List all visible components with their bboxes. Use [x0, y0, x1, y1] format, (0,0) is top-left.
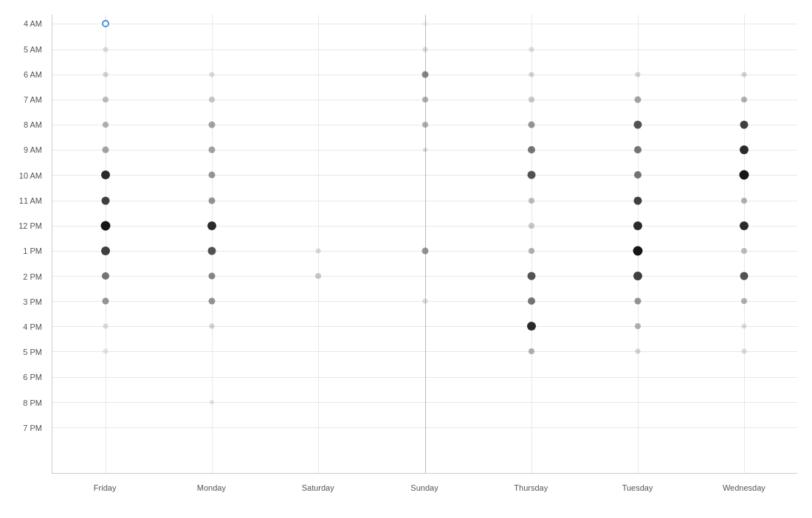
y-axis-label: 7 AM [24, 95, 42, 104]
y-axis-label: 2 PM [23, 272, 42, 281]
data-dot [635, 72, 640, 77]
data-dot [103, 298, 109, 305]
data-dot [528, 146, 535, 153]
data-dot [634, 146, 641, 153]
grid-line-v [106, 15, 106, 473]
data-dot [422, 46, 427, 52]
data-dot [741, 324, 746, 329]
y-axis-label: 8 PM [23, 398, 42, 407]
data-dot [102, 272, 109, 280]
data-dot [633, 221, 642, 230]
x-axis-label: Sunday [371, 477, 478, 518]
data-dot [740, 121, 748, 129]
data-dot [741, 198, 747, 204]
data-dot [209, 272, 216, 279]
data-dot [102, 196, 110, 204]
data-dot [740, 145, 749, 154]
data-dot [210, 324, 215, 329]
data-dot [103, 147, 109, 153]
data-dot [210, 400, 214, 404]
y-axis-label: 4 PM [23, 322, 42, 331]
data-dot [422, 299, 427, 304]
chart-container: 4 AM5 AM6 AM7 AM8 AM9 AM10 AM11 AM12 PM1… [0, 0, 812, 518]
data-dot [741, 298, 747, 304]
data-dot [528, 297, 535, 305]
data-dot [207, 221, 216, 230]
y-axis-label: 5 AM [24, 45, 42, 54]
y-axis-label: 1 PM [23, 246, 42, 255]
data-dot [740, 272, 748, 280]
x-axis-label: Saturday [265, 477, 371, 518]
data-dot-highlight [102, 20, 109, 27]
data-dot [741, 72, 746, 77]
data-dot [209, 197, 216, 204]
data-dot [527, 171, 535, 179]
data-dot [422, 97, 428, 103]
data-dot [741, 349, 746, 354]
y-axis-label: 5 PM [23, 348, 42, 356]
y-axis-label: 8 AM [24, 120, 42, 129]
data-dot [633, 196, 641, 204]
data-dot [423, 148, 427, 152]
data-dot [741, 97, 747, 103]
data-dot [634, 96, 641, 103]
data-dot [741, 248, 747, 254]
data-dot [103, 122, 109, 128]
data-dot [103, 324, 109, 329]
grid-line-v [425, 15, 426, 473]
data-dot [103, 97, 109, 103]
data-dot [633, 121, 641, 129]
data-dot [103, 349, 109, 354]
data-dot [529, 46, 534, 52]
y-axis-label: 9 AM [24, 145, 42, 154]
data-dot [422, 122, 428, 128]
data-dot [101, 246, 110, 255]
grid-line-v [318, 15, 319, 473]
data-dot [529, 348, 534, 354]
data-dot [209, 122, 216, 128]
data-dot [103, 46, 109, 52]
data-dot [209, 97, 215, 103]
grid-line-v [212, 15, 213, 473]
y-axis-label: 3 PM [23, 297, 42, 306]
data-dot [529, 72, 534, 77]
data-dot [210, 72, 215, 77]
x-axis: FridayMondaySaturdaySundayThursdayTuesda… [52, 477, 797, 518]
data-dot [633, 272, 642, 280]
x-axis-label: Friday [52, 477, 158, 518]
data-dot [101, 221, 111, 230]
data-dot [527, 322, 536, 331]
data-dot [528, 122, 534, 128]
y-axis-label: 6 AM [24, 70, 42, 79]
grid-line-v [744, 15, 745, 473]
data-dot [635, 323, 641, 329]
data-dot [527, 272, 535, 280]
data-dot [316, 248, 321, 253]
data-dot [740, 221, 749, 230]
x-axis-label: Tuesday [584, 477, 690, 518]
data-dot [529, 97, 534, 103]
data-dot [634, 171, 641, 179]
data-dot [422, 71, 428, 77]
x-axis-label: Wednesday [691, 477, 797, 518]
data-dot [422, 21, 427, 27]
y-axis-label: 12 PM [18, 221, 42, 230]
data-dot [422, 247, 428, 254]
data-dot [529, 248, 534, 254]
data-dot [529, 198, 534, 204]
data-dot [101, 170, 110, 179]
data-dot [209, 298, 216, 305]
x-axis-label: Monday [158, 477, 264, 518]
data-dot [208, 246, 216, 255]
data-dot [529, 223, 534, 229]
data-dot [103, 72, 109, 77]
y-axis: 4 AM5 AM6 AM7 AM8 AM9 AM10 AM11 AM12 PM1… [0, 0, 48, 474]
y-axis-label: 7 PM [23, 424, 42, 432]
data-dot [209, 172, 216, 179]
x-axis-label: Thursday [478, 477, 584, 518]
data-dot [633, 246, 642, 255]
grid-line-v [638, 15, 639, 473]
y-axis-label: 6 PM [23, 373, 42, 381]
data-dot [209, 147, 216, 153]
y-axis-label: 4 AM [24, 19, 42, 28]
